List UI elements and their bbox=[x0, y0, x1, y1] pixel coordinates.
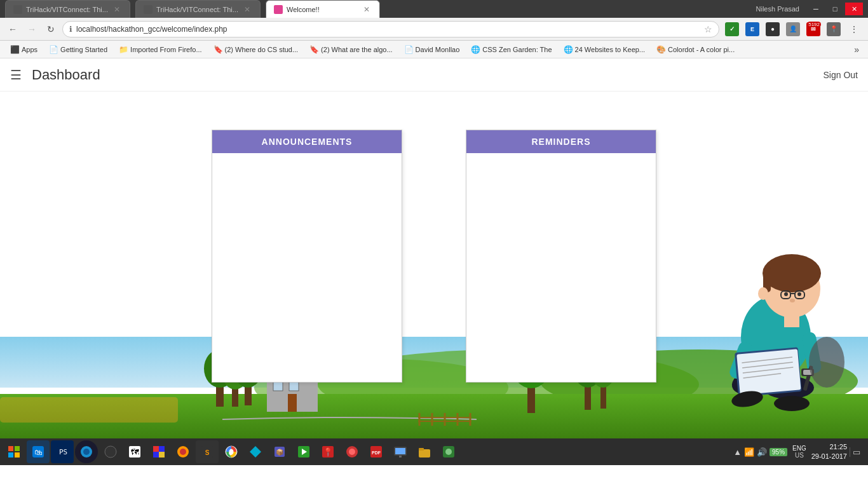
bookmark-css-zen-label: CSS Zen Garden: The bbox=[482, 46, 552, 53]
taskbar-pdf-icon[interactable]: PDF bbox=[365, 440, 388, 463]
ext-checkmark[interactable]: ✓ bbox=[723, 20, 741, 38]
announcements-card: ANNOUNCEMENTS bbox=[212, 130, 402, 383]
address-bar-wrap[interactable]: ℹ ☆ bbox=[62, 21, 719, 37]
bookmark-colordot[interactable]: 🎨 Colordot - A color pi... bbox=[651, 44, 740, 55]
app-title: Dashboard bbox=[32, 67, 824, 83]
taskbar-paint-icon[interactable] bbox=[147, 440, 170, 463]
taskbar-chrome-icon[interactable] bbox=[220, 440, 243, 463]
tab3-title: Welcome!! bbox=[287, 6, 358, 13]
svg-rect-5 bbox=[0, 397, 178, 423]
clock-date: 29-01-2017 bbox=[811, 452, 847, 461]
hamburger-menu-button[interactable]: ☰ bbox=[10, 69, 22, 81]
taskbar-maps-icon[interactable]: 🗺 bbox=[123, 440, 146, 463]
browser-titlebar: TriHack/VITConnect: Thi... ✕ TriHack/VIT… bbox=[0, 0, 868, 18]
bookmark-david[interactable]: 📄 David Monllao bbox=[399, 44, 465, 55]
page-container: ☰ Dashboard Sign Out bbox=[0, 58, 868, 438]
ext-location[interactable]: 📍 bbox=[825, 20, 843, 38]
svg-text:S: S bbox=[205, 449, 210, 456]
language-code: ENG bbox=[792, 445, 806, 452]
taskbar-pin-icon[interactable]: 📍 bbox=[316, 440, 339, 463]
taskbar-clock[interactable]: 21:25 29-01-2017 bbox=[811, 442, 847, 462]
bookmark-algo[interactable]: 🔖 (2) What are the algo... bbox=[304, 44, 398, 55]
svg-rect-79 bbox=[159, 452, 165, 458]
dashboard-main: ANNOUNCEMENTS REMINDERS bbox=[0, 92, 868, 438]
start-button[interactable] bbox=[3, 440, 25, 463]
svg-marker-86 bbox=[250, 446, 261, 458]
taskbar-diamond-icon[interactable] bbox=[244, 440, 267, 463]
svg-text:📦: 📦 bbox=[276, 448, 284, 456]
svg-rect-52 bbox=[736, 349, 801, 395]
bookmark-cs-students[interactable]: 🔖 (2) Where do CS stud... bbox=[208, 44, 304, 55]
ext-settings[interactable]: ⋮ bbox=[845, 20, 863, 38]
svg-text:🗺: 🗺 bbox=[131, 447, 139, 457]
cs-students-icon: 🔖 bbox=[214, 45, 223, 54]
tab3-close[interactable]: ✕ bbox=[362, 4, 372, 15]
svg-rect-64 bbox=[15, 446, 20, 451]
tray-network-icon[interactable]: 📶 bbox=[744, 447, 754, 457]
close-button[interactable]: ✕ bbox=[845, 3, 863, 15]
address-input[interactable] bbox=[76, 25, 700, 34]
svg-point-81 bbox=[180, 449, 186, 455]
tab1-close[interactable]: ✕ bbox=[112, 4, 122, 15]
taskbar-app1-icon[interactable] bbox=[99, 440, 122, 463]
browser-tab-3[interactable]: Welcome!! ✕ bbox=[266, 0, 380, 18]
minimize-button[interactable]: ─ bbox=[807, 3, 825, 15]
tray-up-arrow[interactable]: ▲ bbox=[733, 447, 742, 457]
svg-rect-76 bbox=[153, 446, 159, 452]
algo-icon: 🔖 bbox=[309, 45, 319, 54]
taskbar-folder-icon[interactable] bbox=[413, 440, 436, 463]
tab2-close[interactable]: ✕ bbox=[242, 4, 252, 15]
getting-started-icon: 📄 bbox=[49, 45, 58, 54]
bookmark-getting-started[interactable]: 📄 Getting Started bbox=[44, 44, 112, 55]
svg-text:PS: PS bbox=[59, 448, 67, 456]
ext-user[interactable]: 👤 bbox=[784, 20, 802, 38]
sign-out-button[interactable]: Sign Out bbox=[824, 70, 858, 80]
taskbar: 🛍 PS 🗺 bbox=[0, 438, 868, 465]
taskbar-store-icon[interactable]: 🛍 bbox=[27, 440, 50, 463]
taskbar-green-icon[interactable] bbox=[437, 440, 460, 463]
back-button[interactable]: ← bbox=[5, 22, 20, 37]
show-desktop-button[interactable]: ▭ bbox=[850, 447, 860, 457]
bookmark-24websites-label: 24 Websites to Keep... bbox=[575, 46, 645, 53]
reminders-card: REMINDERS bbox=[466, 130, 656, 383]
svg-point-45 bbox=[758, 287, 768, 300]
svg-rect-17 bbox=[288, 394, 297, 412]
ext-dark[interactable]: ● bbox=[764, 20, 782, 38]
announcements-header: ANNOUNCEMENTS bbox=[212, 130, 402, 153]
bookmark-star-icon[interactable]: ☆ bbox=[704, 24, 712, 34]
browser-tab-2[interactable]: TriHack/VITConnect: Thi... ✕ bbox=[135, 0, 261, 18]
user-name: Nilesh Prasad bbox=[756, 5, 799, 13]
taskbar-sublime-icon[interactable]: S bbox=[196, 440, 219, 463]
bookmark-css-zen[interactable]: 🌐 CSS Zen Garden: The bbox=[466, 44, 557, 55]
taskbar-cube-icon[interactable]: 📦 bbox=[268, 440, 291, 463]
taskbar-screen-icon[interactable] bbox=[389, 440, 412, 463]
ext-red-badge[interactable]: ✉ 5192 bbox=[804, 20, 822, 38]
tray-sound-icon[interactable]: 🔊 bbox=[757, 447, 767, 457]
reload-button[interactable]: ↻ bbox=[43, 22, 58, 37]
bookmark-getting-started-label: Getting Started bbox=[60, 46, 107, 53]
browser-tab-1[interactable]: TriHack/VITConnect: Thi... ✕ bbox=[5, 0, 130, 18]
language-indicator[interactable]: ENG US bbox=[790, 445, 809, 459]
svg-rect-99 bbox=[399, 456, 402, 458]
svg-point-37 bbox=[763, 254, 821, 292]
forward-button[interactable]: → bbox=[24, 22, 39, 37]
battery-indicator[interactable]: 95% bbox=[770, 448, 787, 456]
colordot-icon: 🎨 bbox=[656, 45, 666, 54]
bookmark-apps[interactable]: ⬛ Apps bbox=[5, 44, 43, 55]
taskbar-powershell-icon[interactable]: PS bbox=[51, 440, 74, 463]
svg-rect-16 bbox=[289, 381, 299, 391]
svg-point-94 bbox=[349, 449, 355, 455]
bookmark-imported[interactable]: 📁 Imported From Firefo... bbox=[114, 44, 207, 55]
taskbar-firefox-icon[interactable] bbox=[172, 440, 194, 463]
tab1-icon bbox=[13, 5, 22, 14]
bookmark-24websites[interactable]: 🌐 24 Websites to Keep... bbox=[559, 44, 650, 55]
david-icon: 📄 bbox=[404, 45, 414, 54]
maximize-button[interactable]: □ bbox=[826, 3, 844, 15]
svg-text:PDF: PDF bbox=[372, 451, 381, 455]
taskbar-red-circle-icon[interactable] bbox=[341, 440, 363, 463]
svg-point-103 bbox=[445, 449, 452, 455]
ext-blue[interactable]: E bbox=[743, 20, 761, 38]
taskbar-play-icon[interactable] bbox=[292, 440, 315, 463]
bookmarks-more-button[interactable]: » bbox=[850, 43, 863, 56]
taskbar-browser-icon[interactable] bbox=[75, 440, 98, 463]
